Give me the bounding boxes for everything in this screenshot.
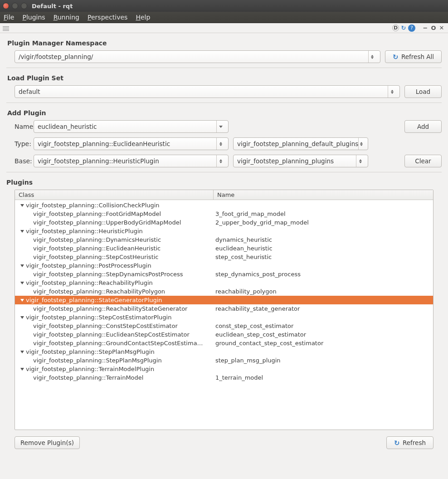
base-pkg-value: vigir_footstep_planning_plugins [237,157,356,165]
tree-item-row[interactable]: vigir_footstep_planning::StepCostHeurist… [15,253,433,261]
stepper-icon[interactable] [216,138,224,150]
clear-button[interactable]: Clear [404,155,442,167]
tree-class-text: vigir_footstep_planning::ReachabilityPlu… [26,279,153,286]
chevron-down-icon[interactable] [216,121,224,132]
tree-item-row[interactable]: vigir_footstep_planning::FootGridMapMode… [15,210,433,218]
refresh-all-button[interactable]: Refresh All [385,50,442,63]
disclosure-icon[interactable] [20,282,24,284]
tree-item-row[interactable]: vigir_footstep_planning::DynamicsHeurist… [15,235,433,244]
add-plugin-label: Add Plugin [7,109,442,117]
col-name[interactable]: Name [214,190,433,200]
tree-group-row[interactable]: vigir_footstep_planning::CollisionCheckP… [15,201,433,210]
tree-name-text: reachability_polygon [214,288,433,295]
name-dropdown[interactable]: euclidean_heuristic [34,120,229,133]
tree-name-text: 1_terrain_model [214,374,433,381]
base-pkg-combo[interactable]: vigir_footstep_planning_plugins [233,155,368,167]
tree-name-text: const_step_cost_estimator [214,323,433,329]
window-close-button[interactable] [3,3,9,9]
close-panel-icon[interactable]: ✕ [438,24,445,32]
tree-group-row[interactable]: vigir_footstep_planning::StepPlanMsgPlug… [15,347,433,356]
type-pkg-combo[interactable]: vigir_footstep_planning_default_plugins [233,137,368,150]
tree-group-row[interactable]: vigir_footstep_planning::TerrainModelPlu… [15,365,433,373]
tree-item-row[interactable]: vigir_footstep_planning::StepDynamicsPos… [15,270,433,279]
base-combo[interactable]: vigir_footstep_planning::HeuristicPlugin [34,155,229,167]
tree-group-row[interactable]: vigir_footstep_planning::StateGeneratorP… [15,296,433,304]
tree-class-text: vigir_footstep_planning::ReachabilityPol… [33,288,165,295]
refresh-icon [394,440,400,446]
tree-class-text: vigir_footstep_planning::StateGeneratorP… [26,297,162,303]
stepper-icon[interactable] [388,86,396,98]
plugins-tree[interactable]: Class Name vigir_footstep_planning::Coll… [15,190,433,430]
stepper-icon[interactable] [368,51,376,63]
type-combo[interactable]: vigir_footstep_planning::EuclideanHeuris… [34,137,229,150]
stepper-icon[interactable] [216,155,224,167]
tree-class-text: vigir_footstep_planning::TerrainModelPlu… [26,366,154,372]
disclosure-icon[interactable] [20,230,24,233]
disclosure-icon[interactable] [20,351,24,353]
tree-group-row[interactable]: vigir_footstep_planning::PostProcessPlug… [15,261,433,270]
stepper-icon[interactable] [358,138,364,150]
reload-icon[interactable]: ↻ [400,24,407,32]
add-button[interactable]: Add [404,120,442,133]
type-pkg-value: vigir_footstep_planning_default_plugins [237,140,358,147]
tree-item-row[interactable]: vigir_footstep_planning::EuclideanHeuris… [15,244,433,253]
tree-item-row[interactable]: vigir_footstep_planning::ConstStepCostEs… [15,322,433,330]
tree-class-text: vigir_footstep_planning::StepCostHeurist… [33,254,159,260]
namespace-combo[interactable]: /vigir/footstep_planning/ [15,50,380,63]
menu-perspectives[interactable]: Perspectives [88,14,127,21]
tree-item-row[interactable]: vigir_footstep_planning::UpperBodyGridMa… [15,218,433,227]
tree-group-row[interactable]: vigir_footstep_planning::ReachabilityPlu… [15,279,433,287]
window-minimize-button[interactable] [12,3,18,9]
col-class[interactable]: Class [15,190,214,200]
tree-item-row[interactable]: vigir_footstep_planning::ReachabilityPol… [15,287,433,296]
tree-name-text: step_plan_msg_plugin [214,357,433,364]
tree-group-row[interactable]: vigir_footstep_planning::StepCostEstimat… [15,313,433,322]
menu-help[interactable]: Help [136,14,150,21]
disclosure-icon[interactable] [20,316,24,319]
menu-plugins[interactable]: Plugins [22,14,45,21]
dock-icon[interactable]: D [392,24,399,31]
tree-name-text: dynamics_heuristic [214,236,433,243]
float-icon[interactable]: O [430,24,437,32]
tree-name-text: reachability_state_generator [214,305,433,312]
refresh-button[interactable]: Refresh [386,436,433,449]
plugin-set-value: default [19,88,388,95]
tree-item-row[interactable]: vigir_footstep_planning::GroundContactSt… [15,339,433,347]
plugin-set-combo[interactable]: default [15,85,400,98]
window-title: Default - rqt [32,3,73,10]
window-maximize-button[interactable] [21,3,27,9]
type-label: Type: [6,140,29,147]
name-value: euclidean_heuristic [38,123,216,130]
title-bar: Default - rqt [0,0,448,12]
refresh-icon [393,54,399,60]
minimize-icon[interactable]: − [422,24,429,32]
tree-item-row[interactable]: vigir_footstep_planning::StepPlanMsgPlug… [15,356,433,365]
type-value: vigir_footstep_planning::EuclideanHeuris… [38,140,216,147]
tree-item-row[interactable]: vigir_footstep_planning::TerrainModel1_t… [15,373,433,382]
tree-group-row[interactable]: vigir_footstep_planning::HeuristicPlugin [15,227,433,235]
disclosure-icon[interactable] [20,299,24,302]
toolbar-grip[interactable] [3,25,9,31]
tree-class-text: vigir_footstep_planning::HeuristicPlugin [26,228,143,235]
tree-class-text: vigir_footstep_planning::DynamicsHeurist… [33,236,161,243]
tree-class-text: vigir_footstep_planning::FootGridMapMode… [33,210,161,217]
tree-class-text: vigir_footstep_planning::PostProcessPlug… [26,262,151,269]
tree-name-text: 3_foot_grid_map_model [214,210,433,217]
remove-plugins-button[interactable]: Remove Plugin(s) [15,436,80,449]
tree-class-text: vigir_footstep_planning::ReachabilitySta… [33,305,187,312]
tree-class-text: vigir_footstep_planning::GroundContactSt… [33,340,203,347]
stepper-icon[interactable] [356,155,364,167]
menu-running[interactable]: Running [54,14,79,21]
disclosure-icon[interactable] [20,264,24,267]
tree-class-text: vigir_footstep_planning::ConstStepCostEs… [33,323,178,329]
tree-item-row[interactable]: vigir_footstep_planning::ReachabilitySta… [15,304,433,313]
menu-file[interactable]: File [4,14,14,21]
tree-item-row[interactable]: vigir_footstep_planning::EuclideanStepCo… [15,330,433,339]
disclosure-icon[interactable] [20,204,24,207]
plugins-label: Plugins [6,179,442,186]
disclosure-icon[interactable] [20,368,24,371]
help-icon[interactable]: ? [408,24,415,32]
load-button[interactable]: Load [404,85,442,98]
tree-name-text: step_cost_heuristic [214,254,433,260]
tree-body[interactable]: vigir_footstep_planning::CollisionCheckP… [15,200,433,430]
